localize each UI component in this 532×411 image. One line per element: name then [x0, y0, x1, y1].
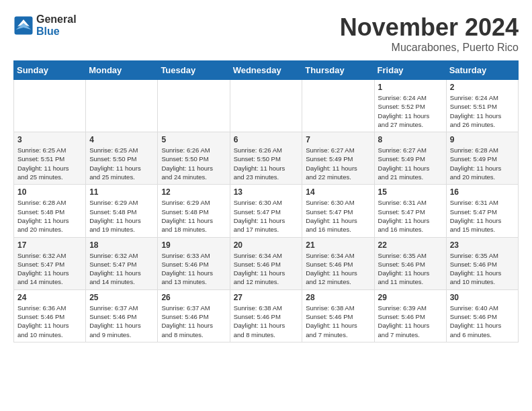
day-info: Sunrise: 6:29 AM Sunset: 5:48 PM Dayligh…: [161, 198, 226, 234]
day-number: 20: [234, 240, 299, 250]
col-header-friday: Friday: [374, 61, 446, 80]
calendar-cell: 4Sunrise: 6:25 AM Sunset: 5:50 PM Daylig…: [86, 132, 158, 185]
day-number: 1: [378, 83, 443, 92]
calendar-cell: [230, 80, 302, 132]
logo-blue: Blue: [36, 26, 77, 38]
day-info: Sunrise: 6:32 AM Sunset: 5:47 PM Dayligh…: [89, 251, 154, 287]
calendar-week-row: 1Sunrise: 6:24 AM Sunset: 5:52 PM Daylig…: [14, 80, 519, 132]
col-header-monday: Monday: [86, 61, 158, 80]
day-info: Sunrise: 6:37 AM Sunset: 5:46 PM Dayligh…: [89, 304, 154, 339]
day-info: Sunrise: 6:34 AM Sunset: 5:46 PM Dayligh…: [234, 251, 299, 287]
day-info: Sunrise: 6:25 AM Sunset: 5:51 PM Dayligh…: [17, 146, 82, 181]
calendar-cell: [86, 80, 158, 132]
day-info: Sunrise: 6:33 AM Sunset: 5:46 PM Dayligh…: [161, 251, 226, 287]
day-number: 21: [306, 240, 370, 250]
calendar-cell: 10Sunrise: 6:28 AM Sunset: 5:48 PM Dayli…: [14, 185, 86, 237]
day-info: Sunrise: 6:28 AM Sunset: 5:48 PM Dayligh…: [17, 198, 82, 234]
day-number: 24: [17, 293, 82, 302]
calendar-cell: 17Sunrise: 6:32 AM Sunset: 5:47 PM Dayli…: [14, 237, 86, 289]
calendar-cell: 25Sunrise: 6:37 AM Sunset: 5:46 PM Dayli…: [86, 289, 158, 342]
calendar-cell: 13Sunrise: 6:30 AM Sunset: 5:47 PM Dayli…: [230, 185, 302, 237]
logo: General Blue: [13, 13, 77, 37]
day-info: Sunrise: 6:30 AM Sunset: 5:47 PM Dayligh…: [234, 198, 299, 234]
calendar-header-row: SundayMondayTuesdayWednesdayThursdayFrid…: [14, 61, 519, 80]
calendar-week-row: 3Sunrise: 6:25 AM Sunset: 5:51 PM Daylig…: [14, 132, 519, 185]
calendar-cell: 6Sunrise: 6:26 AM Sunset: 5:50 PM Daylig…: [230, 132, 302, 185]
day-number: 14: [306, 187, 370, 197]
day-number: 10: [17, 187, 82, 197]
day-info: Sunrise: 6:35 AM Sunset: 5:46 PM Dayligh…: [450, 251, 515, 287]
day-info: Sunrise: 6:32 AM Sunset: 5:47 PM Dayligh…: [17, 251, 82, 287]
day-number: 30: [450, 293, 515, 302]
day-number: 2: [450, 83, 515, 92]
day-number: 5: [161, 135, 226, 144]
day-info: Sunrise: 6:34 AM Sunset: 5:46 PM Dayligh…: [306, 251, 370, 287]
calendar-cell: 9Sunrise: 6:28 AM Sunset: 5:49 PM Daylig…: [446, 132, 518, 185]
day-info: Sunrise: 6:37 AM Sunset: 5:46 PM Dayligh…: [161, 304, 226, 339]
col-header-tuesday: Tuesday: [158, 61, 230, 80]
calendar-cell: 22Sunrise: 6:35 AM Sunset: 5:46 PM Dayli…: [374, 237, 446, 289]
col-header-wednesday: Wednesday: [230, 61, 302, 80]
day-number: 9: [450, 135, 515, 144]
day-number: 6: [234, 135, 299, 144]
day-info: Sunrise: 6:31 AM Sunset: 5:47 PM Dayligh…: [378, 198, 443, 234]
calendar-cell: 18Sunrise: 6:32 AM Sunset: 5:47 PM Dayli…: [86, 237, 158, 289]
day-number: 16: [450, 187, 515, 197]
day-info: Sunrise: 6:24 AM Sunset: 5:52 PM Dayligh…: [378, 93, 443, 129]
day-number: 17: [17, 240, 82, 250]
calendar-cell: 16Sunrise: 6:31 AM Sunset: 5:47 PM Dayli…: [446, 185, 518, 237]
calendar-cell: 15Sunrise: 6:31 AM Sunset: 5:47 PM Dayli…: [374, 185, 446, 237]
logo-icon: [13, 15, 34, 36]
calendar-week-row: 17Sunrise: 6:32 AM Sunset: 5:47 PM Dayli…: [14, 237, 519, 289]
day-number: 28: [306, 293, 370, 302]
calendar-cell: [158, 80, 230, 132]
day-info: Sunrise: 6:27 AM Sunset: 5:49 PM Dayligh…: [378, 146, 443, 181]
day-info: Sunrise: 6:29 AM Sunset: 5:48 PM Dayligh…: [89, 198, 154, 234]
calendar-cell: 11Sunrise: 6:29 AM Sunset: 5:48 PM Dayli…: [86, 185, 158, 237]
calendar-cell: 24Sunrise: 6:36 AM Sunset: 5:46 PM Dayli…: [14, 289, 86, 342]
page-header: General Blue November 2024 Mucarabones, …: [13, 13, 519, 54]
calendar-cell: 14Sunrise: 6:30 AM Sunset: 5:47 PM Dayli…: [302, 185, 374, 237]
day-number: 25: [89, 293, 154, 302]
day-number: 11: [89, 187, 154, 197]
day-info: Sunrise: 6:39 AM Sunset: 5:46 PM Dayligh…: [378, 304, 443, 339]
day-info: Sunrise: 6:40 AM Sunset: 5:46 PM Dayligh…: [450, 304, 515, 339]
day-number: 22: [378, 240, 443, 250]
calendar-cell: 26Sunrise: 6:37 AM Sunset: 5:46 PM Dayli…: [158, 289, 230, 342]
calendar-cell: 3Sunrise: 6:25 AM Sunset: 5:51 PM Daylig…: [14, 132, 86, 185]
calendar-cell: 1Sunrise: 6:24 AM Sunset: 5:52 PM Daylig…: [374, 80, 446, 132]
calendar-cell: 19Sunrise: 6:33 AM Sunset: 5:46 PM Dayli…: [158, 237, 230, 289]
day-number: 27: [234, 293, 299, 302]
day-number: 15: [378, 187, 443, 197]
calendar-cell: 29Sunrise: 6:39 AM Sunset: 5:46 PM Dayli…: [374, 289, 446, 342]
day-number: 4: [89, 135, 154, 144]
day-number: 26: [161, 293, 226, 302]
day-info: Sunrise: 6:28 AM Sunset: 5:49 PM Dayligh…: [450, 146, 515, 181]
day-number: 12: [161, 187, 226, 197]
day-info: Sunrise: 6:36 AM Sunset: 5:46 PM Dayligh…: [17, 304, 82, 339]
logo-general: General: [36, 13, 77, 26]
calendar-cell: [302, 80, 374, 132]
day-number: 7: [306, 135, 370, 144]
calendar-cell: 7Sunrise: 6:27 AM Sunset: 5:49 PM Daylig…: [302, 132, 374, 185]
day-number: 19: [161, 240, 226, 250]
calendar-cell: 27Sunrise: 6:38 AM Sunset: 5:46 PM Dayli…: [230, 289, 302, 342]
day-info: Sunrise: 6:24 AM Sunset: 5:51 PM Dayligh…: [450, 93, 515, 129]
day-info: Sunrise: 6:38 AM Sunset: 5:46 PM Dayligh…: [306, 304, 370, 339]
title-block: November 2024 Mucarabones, Puerto Rico: [340, 13, 519, 54]
day-info: Sunrise: 6:25 AM Sunset: 5:50 PM Dayligh…: [89, 146, 154, 181]
calendar-cell: 30Sunrise: 6:40 AM Sunset: 5:46 PM Dayli…: [446, 289, 518, 342]
calendar-week-row: 24Sunrise: 6:36 AM Sunset: 5:46 PM Dayli…: [14, 289, 519, 342]
day-info: Sunrise: 6:35 AM Sunset: 5:46 PM Dayligh…: [378, 251, 443, 287]
calendar-cell: 21Sunrise: 6:34 AM Sunset: 5:46 PM Dayli…: [302, 237, 374, 289]
day-number: 18: [89, 240, 154, 250]
calendar-cell: 20Sunrise: 6:34 AM Sunset: 5:46 PM Dayli…: [230, 237, 302, 289]
day-number: 8: [378, 135, 443, 144]
month-title: November 2024: [340, 13, 519, 42]
calendar-cell: 28Sunrise: 6:38 AM Sunset: 5:46 PM Dayli…: [302, 289, 374, 342]
day-info: Sunrise: 6:30 AM Sunset: 5:47 PM Dayligh…: [306, 198, 370, 234]
col-header-sunday: Sunday: [14, 61, 86, 80]
day-info: Sunrise: 6:27 AM Sunset: 5:49 PM Dayligh…: [306, 146, 370, 181]
day-info: Sunrise: 6:38 AM Sunset: 5:46 PM Dayligh…: [234, 304, 299, 339]
calendar-cell: 8Sunrise: 6:27 AM Sunset: 5:49 PM Daylig…: [374, 132, 446, 185]
